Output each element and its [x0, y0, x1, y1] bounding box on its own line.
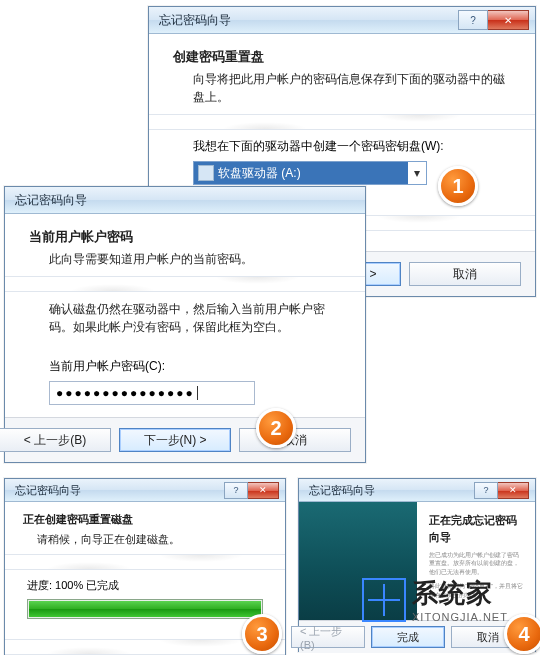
progress-bar [27, 599, 263, 619]
wizard-window-4: 忘记密码向导 ? ✕ 正在完成忘记密码向导 您已成功为此用户帐户创建了密码重置盘… [298, 478, 536, 652]
window-controls: ? ✕ [474, 482, 529, 499]
password-masked: ●●●●●●●●●●●●●●● [56, 386, 195, 400]
close-button[interactable]: ✕ [498, 482, 529, 499]
page-heading: 正在创建密码重置磁盘 [23, 512, 271, 527]
window-controls: ? ✕ [458, 10, 529, 30]
step-badge-3: 3 [242, 614, 282, 654]
step-badge-4: 4 [504, 614, 540, 654]
header-divider [5, 554, 285, 570]
window-controls: ? ✕ [224, 482, 279, 499]
page-heading: 创建密码重置盘 [173, 48, 515, 66]
help-button[interactable]: ? [224, 482, 248, 499]
step-badge-2: 2 [256, 408, 296, 448]
header-divider [5, 276, 365, 292]
window-title: 忘记密码向导 [159, 12, 231, 29]
titlebar[interactable]: 忘记密码向导 ? ✕ [5, 479, 285, 502]
window-title: 忘记密码向导 [15, 483, 81, 498]
header-divider [149, 114, 535, 130]
chevron-down-icon[interactable]: ▾ [408, 166, 426, 180]
page-heading: 正在完成忘记密码向导 [429, 512, 523, 545]
titlebar[interactable]: 忘记密码向导 ? ✕ [149, 7, 535, 34]
watermark-logo: 系统家 XITONGJIA.NET [362, 576, 508, 623]
finish-button[interactable]: 完成 [371, 626, 445, 648]
window-title: 忘记密码向导 [309, 483, 375, 498]
page-heading: 当前用户帐户密码 [29, 228, 345, 246]
progress-fill [29, 601, 261, 617]
logo-url: XITONGJIA.NET [412, 611, 508, 623]
drive-combobox[interactable]: 软盘驱动器 (A:) ▾ [193, 161, 427, 185]
window-title: 忘记密码向导 [15, 192, 87, 209]
wizard-window-2: 忘记密码向导 当前用户帐户密码 此向导需要知道用户帐户的当前密码。 确认磁盘仍然… [4, 186, 366, 463]
page-subtitle: 向导将把此用户帐户的密码信息保存到下面的驱动器中的磁盘上。 [193, 70, 515, 106]
wizard-buttons: < 上一步(B) 下一步(N) > 取消 [5, 417, 365, 462]
text-caret [197, 386, 198, 400]
wizard-buttons: < 上一步(B) 完成 取消 [299, 620, 535, 653]
drive-label: 我想在下面的驱动器中创建一个密码密钥盘(W): [193, 138, 515, 155]
help-button[interactable]: ? [474, 482, 498, 499]
help-button[interactable]: ? [458, 10, 488, 30]
cancel-button[interactable]: 取消 [409, 262, 521, 286]
wizard-page: 当前用户帐户密码 此向导需要知道用户帐户的当前密码。 确认磁盘仍然在驱动器中，然… [5, 214, 365, 417]
titlebar[interactable]: 忘记密码向导 ? ✕ [299, 479, 535, 502]
back-button[interactable]: < 上一步(B) [0, 428, 111, 452]
close-button[interactable]: ✕ [488, 10, 529, 30]
logo-brand: 系统家 [412, 576, 508, 611]
step-badge-1: 1 [438, 166, 478, 206]
password-label: 当前用户帐户密码(C): [49, 358, 345, 375]
floppy-icon [198, 165, 214, 181]
close-button[interactable]: ✕ [248, 482, 279, 499]
progress-label: 进度: 100% 已完成 [27, 578, 271, 593]
body-text-1: 您已成功为此用户帐户创建了密码重置盘。放弃所有以前创建的盘，他们已无法再使用。 [429, 551, 523, 576]
instruction-text: 确认磁盘仍然在驱动器中，然后输入当前用户帐户密码。如果此帐户没有密码，保留此框为… [49, 300, 345, 336]
next-button[interactable]: 下一步(N) > [119, 428, 231, 452]
back-button: < 上一步(B) [291, 626, 365, 648]
page-subtitle: 请稍候，向导正在创建磁盘。 [37, 531, 271, 548]
logo-icon [362, 578, 406, 622]
page-subtitle: 此向导需要知道用户帐户的当前密码。 [49, 250, 345, 268]
titlebar[interactable]: 忘记密码向导 [5, 187, 365, 214]
drive-selected: 软盘驱动器 (A:) [218, 165, 301, 182]
password-input[interactable]: ●●●●●●●●●●●●●●● [49, 381, 255, 405]
